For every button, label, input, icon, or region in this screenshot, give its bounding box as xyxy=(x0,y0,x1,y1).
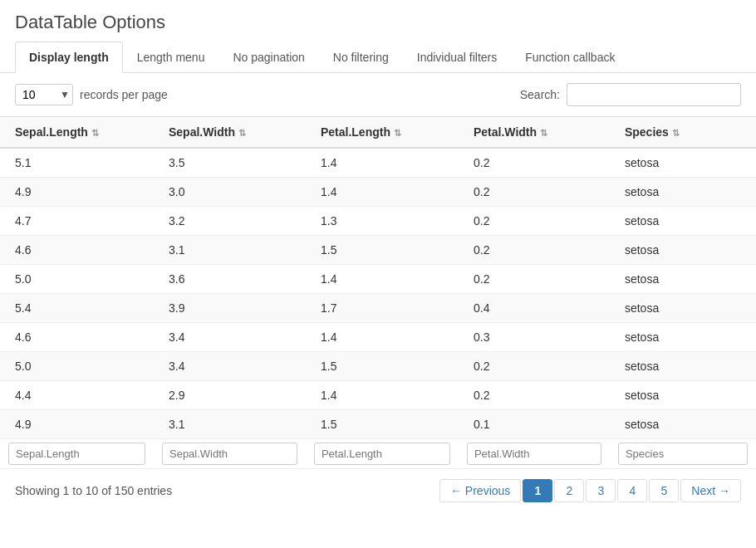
tab-display-length[interactable]: Display length xyxy=(15,42,123,73)
cell-petal_width: 0.2 xyxy=(459,352,610,381)
cell-species: setosa xyxy=(610,323,756,352)
tab-no-pagination[interactable]: No pagination xyxy=(218,42,318,73)
cell-petal_length: 1.5 xyxy=(306,352,459,381)
cell-sepal_width: 3.2 xyxy=(154,207,306,236)
cell-petal_width: 0.2 xyxy=(459,381,610,410)
data-table: Sepal.Length⇅Sepal.Width⇅Petal.Length⇅Pe… xyxy=(0,116,756,468)
cell-petal_length: 1.7 xyxy=(306,294,459,323)
cell-petal_length: 1.5 xyxy=(306,410,459,439)
filter-input-sepal_width[interactable] xyxy=(162,443,297,465)
page-button-3[interactable]: 3 xyxy=(586,479,616,502)
cell-petal_width: 0.2 xyxy=(459,265,610,294)
page-button-4[interactable]: 4 xyxy=(617,479,647,502)
page-button-1[interactable]: 1 xyxy=(523,479,552,502)
table-row: 5.03.61.40.2setosa xyxy=(0,265,756,294)
cell-species: setosa xyxy=(610,410,756,439)
tab-no-filtering[interactable]: No filtering xyxy=(319,42,403,73)
cell-species: setosa xyxy=(610,207,756,236)
cell-sepal_length: 5.0 xyxy=(0,265,154,294)
table-row: 5.43.91.70.4setosa xyxy=(0,294,756,323)
cell-sepal_width: 2.9 xyxy=(154,381,306,410)
cell-sepal_length: 4.9 xyxy=(0,410,154,439)
col-header-sepal_width[interactable]: Sepal.Width⇅ xyxy=(154,117,306,149)
tab-length-menu[interactable]: Length menu xyxy=(123,42,219,73)
cell-petal_width: 0.2 xyxy=(459,207,610,236)
cell-petal_length: 1.4 xyxy=(306,323,459,352)
col-header-petal_length[interactable]: Petal.Length⇅ xyxy=(306,117,459,149)
cell-petal_length: 1.4 xyxy=(306,148,459,178)
table-row: 4.93.11.50.1setosa xyxy=(0,410,756,439)
cell-sepal_width: 3.5 xyxy=(154,148,306,178)
sort-icon: ⇅ xyxy=(91,128,99,139)
cell-sepal_width: 3.9 xyxy=(154,294,306,323)
search-input[interactable] xyxy=(567,83,741,106)
cell-sepal_width: 3.6 xyxy=(154,265,306,294)
filter-cell xyxy=(306,439,459,469)
filter-cell xyxy=(610,439,756,469)
filter-input-petal_width[interactable] xyxy=(467,443,601,465)
table-row: 4.42.91.40.2setosa xyxy=(0,381,756,410)
tab-individual-filters[interactable]: Individual filters xyxy=(403,42,512,73)
cell-petal_length: 1.5 xyxy=(306,236,459,265)
cell-petal_width: 0.4 xyxy=(459,294,610,323)
sort-icon: ⇅ xyxy=(540,128,547,139)
cell-petal_length: 1.4 xyxy=(306,265,459,294)
cell-species: setosa xyxy=(610,352,756,381)
next-button[interactable]: Next → xyxy=(680,479,741,502)
table-row: 5.03.41.50.2setosa xyxy=(0,352,756,381)
table-row: 4.93.01.40.2setosa xyxy=(0,178,756,207)
cell-petal_width: 0.2 xyxy=(459,236,610,265)
cell-species: setosa xyxy=(610,381,756,410)
cell-petal_length: 1.4 xyxy=(306,381,459,410)
filter-input-species[interactable] xyxy=(618,443,748,465)
cell-sepal_length: 4.4 xyxy=(0,381,154,410)
records-per-page-label: records per page xyxy=(80,88,168,101)
col-header-species[interactable]: Species⇅ xyxy=(610,117,756,149)
filter-input-petal_length[interactable] xyxy=(314,443,450,465)
cell-sepal_width: 3.1 xyxy=(154,410,306,439)
showing-text: Showing 1 to 10 of 150 entries xyxy=(15,484,172,497)
sort-icon: ⇅ xyxy=(238,128,246,139)
cell-species: setosa xyxy=(610,265,756,294)
cell-species: setosa xyxy=(610,178,756,207)
cell-species: setosa xyxy=(610,148,756,178)
cell-species: setosa xyxy=(610,236,756,265)
col-header-sepal_length[interactable]: Sepal.Length⇅ xyxy=(0,117,154,149)
cell-sepal_width: 3.4 xyxy=(154,323,306,352)
cell-petal_length: 1.3 xyxy=(306,207,459,236)
cell-petal_width: 0.3 xyxy=(459,323,610,352)
cell-sepal_length: 5.4 xyxy=(0,294,154,323)
prev-button[interactable]: ← Previous xyxy=(439,479,521,502)
cell-sepal_length: 4.6 xyxy=(0,323,154,352)
sort-icon: ⇅ xyxy=(672,128,680,139)
table-row: 4.73.21.30.2setosa xyxy=(0,207,756,236)
page-button-2[interactable]: 2 xyxy=(554,479,584,502)
table-row: 4.63.11.50.2setosa xyxy=(0,236,756,265)
pagination: ← Previous12345Next → xyxy=(439,479,741,502)
tab-function-callback[interactable]: Function callback xyxy=(511,42,629,73)
cell-petal_length: 1.4 xyxy=(306,178,459,207)
page-button-5[interactable]: 5 xyxy=(649,479,679,502)
filter-cell xyxy=(459,439,610,469)
cell-sepal_length: 4.6 xyxy=(0,236,154,265)
cell-sepal_length: 4.7 xyxy=(0,207,154,236)
cell-petal_width: 0.2 xyxy=(459,178,610,207)
cell-sepal_width: 3.4 xyxy=(154,352,306,381)
page-title: DataTable Options xyxy=(0,0,756,42)
table-header-row: Sepal.Length⇅Sepal.Width⇅Petal.Length⇅Pe… xyxy=(0,117,756,149)
filter-cell xyxy=(154,439,306,469)
col-header-petal_width[interactable]: Petal.Width⇅ xyxy=(459,117,610,149)
records-per-page-select[interactable]: 10 25 50 100 xyxy=(15,84,73,105)
cell-sepal_length: 4.9 xyxy=(0,178,154,207)
cell-sepal_width: 3.0 xyxy=(154,178,306,207)
tabs-bar: Display lengthLength menuNo paginationNo… xyxy=(0,42,756,73)
cell-petal_width: 0.1 xyxy=(459,410,610,439)
filter-input-sepal_length[interactable] xyxy=(8,443,145,465)
cell-species: setosa xyxy=(610,294,756,323)
search-label: Search: xyxy=(520,88,560,101)
sort-icon: ⇅ xyxy=(394,128,401,139)
filter-row xyxy=(0,439,756,469)
table-row: 5.13.51.40.2setosa xyxy=(0,148,756,178)
cell-sepal_length: 5.0 xyxy=(0,352,154,381)
table-row: 4.63.41.40.3setosa xyxy=(0,323,756,352)
